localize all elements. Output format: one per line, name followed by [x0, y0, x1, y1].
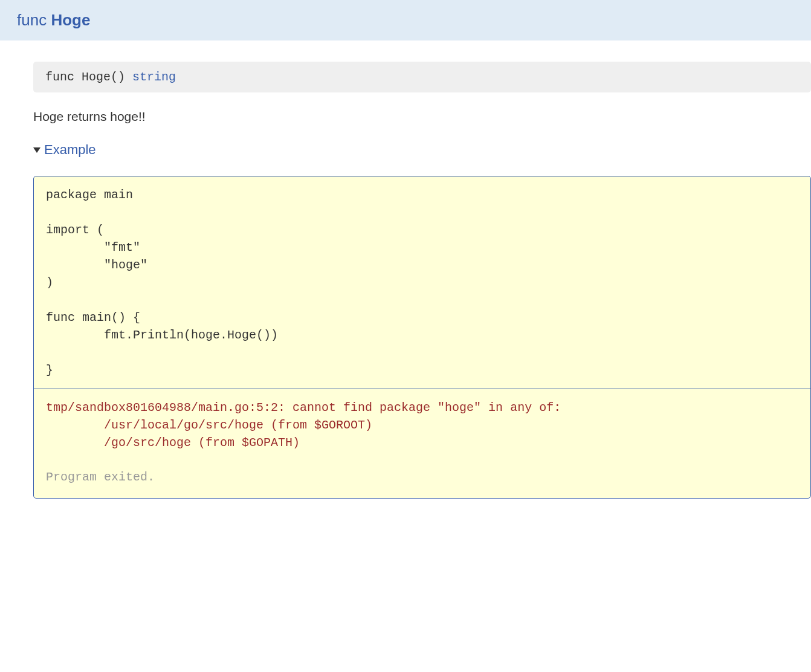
function-title: func Hoge: [17, 11, 90, 29]
example-code[interactable]: package main import ( "fmt" "hoge" ) fun…: [34, 176, 810, 389]
signature-prefix: func Hoge(): [45, 70, 132, 84]
signature-return-type[interactable]: string: [132, 70, 176, 84]
caret-down-icon: [33, 147, 40, 153]
function-header: func Hoge: [0, 0, 811, 40]
example-label: Example: [44, 142, 96, 158]
output-error: tmp/sandbox801604988/main.go:5:2: cannot…: [46, 399, 798, 451]
function-signature: func Hoge() string: [33, 62, 811, 92]
output-status: Program exited.: [46, 468, 798, 486]
example-output: tmp/sandbox801604988/main.go:5:2: cannot…: [34, 389, 810, 498]
function-description: Hoge returns hoge!!: [33, 109, 811, 124]
example-box: package main import ( "fmt" "hoge" ) fun…: [33, 176, 811, 499]
example-toggle[interactable]: Example: [33, 142, 811, 158]
func-keyword: func: [17, 11, 47, 29]
func-name: Hoge: [51, 11, 90, 29]
